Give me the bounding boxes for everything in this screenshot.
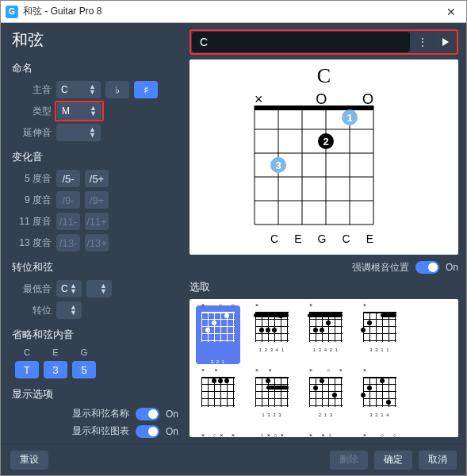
sharp-button[interactable]: ♯ bbox=[134, 81, 158, 98]
show-name-label: 显示和弦名称 bbox=[72, 407, 129, 420]
panel-heading: 和弦 bbox=[12, 29, 178, 51]
voicing-item[interactable]: × 1 2 3 4 1 bbox=[250, 305, 294, 364]
emphasize-root-label: 强调根音位置 bbox=[352, 261, 409, 274]
show-chart-toggle[interactable] bbox=[136, 425, 159, 438]
select-heading: 选取 bbox=[189, 280, 458, 294]
bass-select[interactable]: C▲▼ bbox=[56, 280, 82, 298]
reset-button[interactable]: 重设 bbox=[10, 451, 48, 470]
inversion-label: 转位 bbox=[12, 304, 52, 317]
omit-g-label: G bbox=[72, 347, 96, 357]
inversion-select[interactable]: ▲▼ bbox=[56, 301, 82, 319]
type-select[interactable]: M▲▼ bbox=[57, 102, 101, 120]
deg5-label: 5 度音 bbox=[12, 172, 52, 186]
deg13-minus: /13- bbox=[56, 234, 80, 251]
root-select[interactable]: C▲▼ bbox=[56, 81, 101, 98]
svg-text:1: 1 bbox=[346, 112, 352, 124]
svg-rect-0 bbox=[255, 106, 373, 110]
bass-label: 最低音 bbox=[12, 282, 52, 296]
voicing-grid[interactable]: × ○ ○3 2 1× 1 2 3 4 1× 1 3 4 2 1× 3 2 1 … bbox=[189, 299, 458, 437]
chord-name-input[interactable] bbox=[192, 32, 410, 52]
voicing-item[interactable]: × ○ ○3 2 1 bbox=[196, 305, 240, 364]
menu-icon[interactable]: ⋮ bbox=[413, 33, 432, 52]
voicing-item[interactable]: ○×○× bbox=[250, 436, 294, 437]
ok-button[interactable]: 确定 bbox=[374, 451, 412, 470]
play-icon[interactable] bbox=[435, 33, 456, 52]
deg5-plus[interactable]: /5+ bbox=[85, 170, 109, 187]
omit-c-label: C bbox=[15, 347, 39, 357]
delete-button: 删除 bbox=[330, 451, 368, 470]
note-row: CE GCE bbox=[255, 232, 373, 245]
omit-3[interactable]: 3 bbox=[44, 361, 67, 378]
deg9-plus: /9+ bbox=[85, 191, 109, 209]
voicing-item[interactable]: × × 1 3 3 3 bbox=[250, 370, 294, 429]
ext-select[interactable]: ▲▼ bbox=[56, 124, 101, 141]
voicing-item[interactable]: × ○ ○ bbox=[358, 436, 402, 437]
voicing-item[interactable]: × × bbox=[196, 370, 240, 429]
emphasize-root-toggle[interactable] bbox=[415, 261, 439, 274]
deg11-plus: /11+ bbox=[85, 213, 109, 230]
cancel-button[interactable]: 取消 bbox=[419, 451, 457, 470]
omit-5[interactable]: 5 bbox=[72, 361, 96, 378]
window-title: 和弦 - Guitar Pro 8 bbox=[23, 5, 101, 18]
deg13-plus: /13+ bbox=[85, 234, 109, 251]
deg11-label: 11 度音 bbox=[12, 215, 52, 228]
chord-diagram: C × OO 1 2 3 bbox=[189, 60, 458, 255]
voicing-item[interactable]: × 3 2 1 1 bbox=[358, 305, 402, 364]
app-icon: G bbox=[6, 6, 18, 18]
root-label: 主音 bbox=[12, 83, 52, 97]
deg13-label: 13 度音 bbox=[12, 236, 52, 250]
section-naming: 命名 bbox=[12, 61, 178, 75]
voicing-item[interactable]: × ×○ bbox=[304, 436, 348, 437]
section-display: 显示选项 bbox=[12, 387, 178, 401]
show-name-toggle[interactable] bbox=[136, 408, 159, 420]
deg11-minus: /11- bbox=[56, 213, 80, 230]
deg9-label: 9 度音 bbox=[12, 194, 52, 207]
section-omit: 省略和弦内音 bbox=[12, 328, 178, 342]
ext-label: 延伸音 bbox=[12, 126, 52, 140]
show-chart-label: 显示和弦图表 bbox=[72, 424, 129, 438]
svg-text:3: 3 bbox=[275, 159, 281, 171]
omit-t[interactable]: T bbox=[15, 361, 39, 378]
voicing-item[interactable]: × 3 2 1 4 bbox=[358, 370, 402, 429]
close-icon[interactable]: ✕ bbox=[441, 6, 461, 18]
voicing-item[interactable]: × ○× × bbox=[196, 436, 240, 437]
omit-e-label: E bbox=[44, 347, 67, 357]
section-alt: 变化音 bbox=[12, 150, 178, 164]
chord-big-name: C bbox=[189, 64, 458, 88]
bass-acc-select[interactable]: ▲▼ bbox=[86, 280, 112, 298]
voicing-item[interactable]: × 1 3 4 2 1 bbox=[304, 305, 348, 364]
section-inversion: 转位和弦 bbox=[12, 260, 178, 274]
type-label: 类型 bbox=[12, 105, 52, 118]
svg-text:2: 2 bbox=[323, 136, 328, 148]
flat-button[interactable]: ♭ bbox=[105, 81, 129, 98]
deg5-minus[interactable]: /5- bbox=[56, 170, 80, 187]
voicing-item[interactable]: × ○ ×2 1 3 bbox=[304, 370, 348, 429]
deg9-minus: /9- bbox=[56, 191, 80, 209]
